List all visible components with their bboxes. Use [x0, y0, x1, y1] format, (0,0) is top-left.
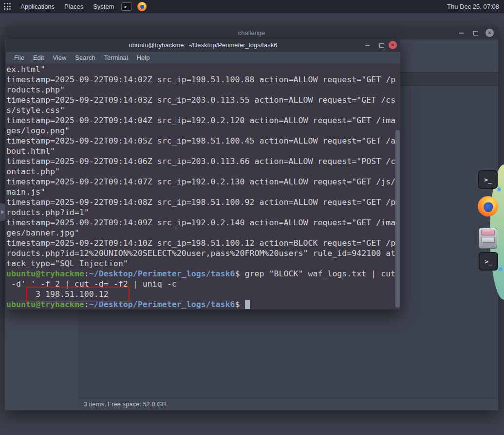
- terminal-menu-help[interactable]: Help: [132, 54, 154, 61]
- terminal-line: timestamp=2025-09-22T09:14:03Z src_ip=20…: [6, 95, 400, 105]
- cabinet-top-drawer: [481, 230, 495, 236]
- terminal-window-title: ubuntu@tryhackme: ~/Desktop/Perimeter_lo…: [6, 39, 400, 52]
- terminal-line: bout.html": [6, 146, 400, 156]
- answer-highlight-box: [26, 287, 130, 302]
- challenge-titlebar[interactable]: challenge ✕: [5, 27, 498, 39]
- terminal-menu-file[interactable]: File: [10, 54, 29, 61]
- terminal-menu-terminal[interactable]: Terminal: [100, 54, 132, 61]
- cabinet-bottom-drawer: [481, 237, 495, 243]
- terminal-output: ex.html"timestamp=2025-09-22T09:14:02Z s…: [6, 64, 400, 309]
- terminal-line: roducts.php?id=12%20UNION%20SELECT%20use…: [6, 248, 400, 258]
- terminal-minimize-button[interactable]: [365, 41, 370, 49]
- terminal-line: ges/logo.png": [6, 126, 400, 136]
- firefox-launcher-icon[interactable]: [137, 2, 147, 11]
- desktop-terminal-icon-1[interactable]: >_: [478, 170, 498, 189]
- terminal-titlebar[interactable]: ubuntu@tryhackme: ~/Desktop/Perimeter_lo…: [6, 39, 400, 52]
- top-panel: Applications Places System >_ Thu Dec 25…: [0, 0, 504, 13]
- terminal-line: ontact.php": [6, 166, 400, 177]
- terminal-line: timestamp=2025-09-22T09:14:10Z src_ip=19…: [6, 238, 400, 248]
- challenge-window-title: challenge: [5, 27, 498, 39]
- terminal-screen[interactable]: ex.html"timestamp=2025-09-22T09:14:02Z s…: [6, 64, 400, 309]
- hidden-panel-handle[interactable]: [0, 203, 5, 221]
- terminal-line: ges/banner.jpg": [6, 228, 400, 238]
- terminal-scrollbar-thumb[interactable]: [395, 130, 400, 308]
- menu-system[interactable]: System: [88, 0, 119, 13]
- challenge-maximize-button[interactable]: [473, 29, 478, 37]
- challenge-close-button[interactable]: ✕: [485, 29, 494, 37]
- terminal-line: timestamp=2025-09-22T09:14:04Z src_ip=19…: [6, 115, 400, 126]
- terminal-window: ubuntu@tryhackme: ~/Desktop/Perimeter_lo…: [6, 39, 400, 309]
- notification-dot-1: [498, 188, 501, 191]
- terminal-line: timestamp=2025-09-22T09:14:05Z src_ip=19…: [6, 136, 400, 146]
- terminal-line: timestamp=2025-09-22T09:14:02Z src_ip=19…: [6, 74, 400, 85]
- challenge-status-bar: 3 items, Free space: 52.0 GB: [78, 398, 498, 410]
- terminal-line: roducts.php": [6, 85, 400, 95]
- terminal-menubar: File Edit View Search Terminal Help: [6, 52, 400, 64]
- terminal-line: main.js": [6, 187, 400, 197]
- terminal-line: timestamp=2025-09-22T09:14:07Z src_ip=19…: [6, 177, 400, 187]
- clock[interactable]: Thu Dec 25, 07:08: [447, 3, 499, 10]
- menu-applications[interactable]: Applications: [16, 0, 59, 13]
- terminal-restore-button[interactable]: [379, 41, 384, 49]
- terminal-line: roducts.php?id=1": [6, 207, 400, 218]
- terminal-line: timestamp=2025-09-22T09:14:09Z src_ip=19…: [6, 218, 400, 228]
- terminal-launcher-icon[interactable]: >_: [121, 2, 132, 11]
- terminal-line: ex.html": [6, 64, 400, 74]
- notification-dot-2: [499, 268, 502, 271]
- terminal-line: tack_type="SQL Injection": [6, 258, 400, 269]
- terminal-line: timestamp=2025-09-22T09:14:08Z src_ip=19…: [6, 197, 400, 207]
- terminal-line: ubuntu@tryhackme:~/Desktop/Perimeter_log…: [6, 269, 400, 279]
- terminal-menu-view[interactable]: View: [48, 54, 71, 61]
- desktop-file-cabinet-icon[interactable]: [479, 228, 497, 249]
- terminal-line: timestamp=2025-09-22T09:14:06Z src_ip=20…: [6, 156, 400, 166]
- desktop-firefox-icon[interactable]: [478, 196, 498, 217]
- menu-places[interactable]: Places: [59, 0, 88, 13]
- desktop-terminal-icon-2[interactable]: >_: [479, 252, 498, 271]
- applications-grid-icon[interactable]: [4, 3, 11, 10]
- terminal-menu-search[interactable]: Search: [71, 54, 99, 61]
- terminal-menu-edit[interactable]: Edit: [29, 54, 48, 61]
- challenge-minimize-button[interactable]: [459, 29, 464, 37]
- terminal-line: s/style.css": [6, 105, 400, 115]
- terminal-close-button[interactable]: ✕: [389, 41, 397, 49]
